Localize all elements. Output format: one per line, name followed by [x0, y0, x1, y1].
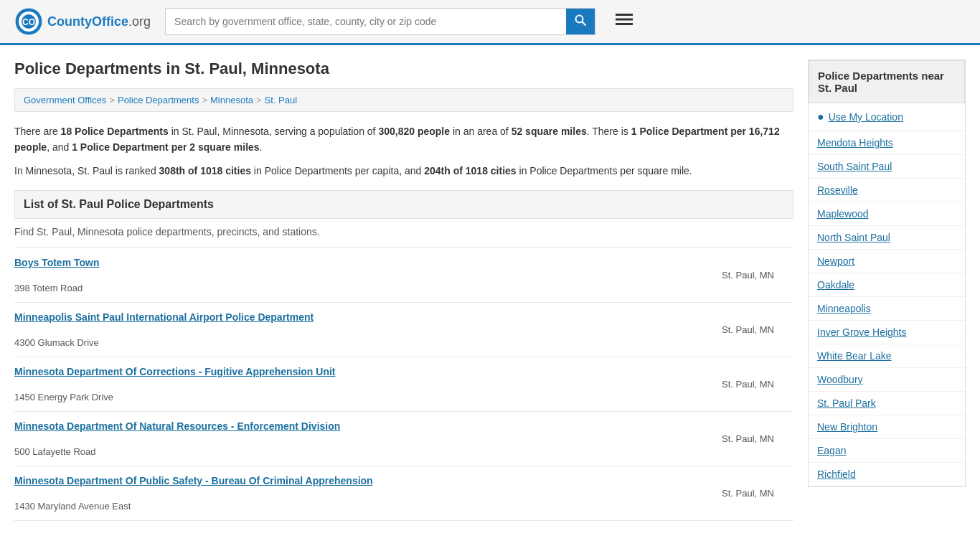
dept-info: Minneapolis Saint Paul International Air… [14, 311, 715, 348]
table-row: Boys Totem Town398 Totem RoadSt. Paul, M… [14, 248, 793, 303]
departments-list: Boys Totem Town398 Totem RoadSt. Paul, M… [14, 248, 793, 521]
dept-city: St. Paul, MN [722, 257, 793, 281]
site-header: CO CountyOffice.org [0, 0, 980, 45]
sidebar-city-link[interactable]: North Saint Paul [817, 232, 890, 243]
search-container [165, 8, 595, 35]
list-item: North Saint Paul [809, 226, 965, 250]
list-item: Maplewood [809, 202, 965, 226]
list-item: Woodbury [809, 368, 965, 392]
stats-count: 18 Police Departments [61, 126, 169, 137]
stats-population: 300,820 people [378, 126, 450, 137]
dept-address: 4300 Glumack Drive [14, 337, 99, 348]
dept-city: St. Paul, MN [722, 420, 793, 444]
sidebar-city-link[interactable]: New Brighton [817, 421, 877, 433]
breadcrumb-government-offices[interactable]: Government Offices [24, 95, 106, 105]
dept-name-link[interactable]: Minneapolis Saint Paul International Air… [14, 311, 715, 323]
dept-city: St. Paul, MN [722, 366, 793, 390]
breadcrumb-minnesota[interactable]: Minnesota [210, 95, 253, 105]
sidebar-city-link[interactable]: Richfield [817, 468, 856, 480]
list-item: Roseville [809, 179, 965, 202]
logo-link[interactable]: CO CountyOffice.org [14, 7, 151, 36]
logo-icon: CO [14, 7, 43, 36]
sidebar-city-link[interactable]: Inver Grove Heights [817, 326, 907, 338]
stats-per-mile: 1 Police Department per 2 square miles [72, 141, 259, 153]
dept-address: 1450 Energy Park Drive [14, 392, 113, 402]
content-area: Police Departments in St. Paul, Minnesot… [14, 60, 808, 521]
search-input[interactable] [166, 10, 566, 33]
list-item: New Brighton [809, 415, 965, 439]
page-title: Police Departments in St. Paul, Minnesot… [14, 60, 793, 78]
dept-info: Minnesota Department Of Public Safety - … [14, 475, 715, 512]
svg-rect-7 [616, 19, 633, 21]
sidebar-links: Mendota HeightsSouth Saint PaulRoseville… [809, 131, 965, 486]
rank-paragraph: In Minnesota, St. Paul is ranked 308th o… [14, 163, 793, 179]
breadcrumb: Government Offices > Police Departments … [14, 88, 793, 112]
dept-address: 1430 Maryland Avenue East [14, 501, 131, 512]
dept-name-link[interactable]: Minnesota Department Of Corrections - Fu… [14, 366, 715, 377]
breadcrumb-police-departments[interactable]: Police Departments [118, 95, 199, 105]
list-item: Inver Grove Heights [809, 321, 965, 344]
svg-text:CO: CO [22, 17, 35, 27]
dept-info: Minnesota Department Of Corrections - Fu… [14, 366, 715, 402]
search-button[interactable] [566, 9, 595, 34]
sidebar-box: Police Departments near St. Paul ● Use M… [808, 60, 966, 487]
list-item: Minneapolis [809, 297, 965, 321]
sidebar-city-link[interactable]: St. Paul Park [817, 397, 876, 409]
breadcrumb-sep-1: > [109, 95, 115, 105]
dept-city: St. Paul, MN [722, 311, 793, 335]
sidebar-title: Police Departments near St. Paul [809, 60, 965, 103]
list-item: Richfield [809, 463, 965, 486]
logo-org: .org [128, 14, 151, 29]
table-row: Minnesota Department Of Corrections - Fu… [14, 357, 793, 412]
dept-info: Minnesota Department Of Natural Resource… [14, 420, 715, 457]
table-row: Minneapolis Saint Paul International Air… [14, 303, 793, 357]
list-item: White Bear Lake [809, 344, 965, 368]
svg-rect-8 [616, 23, 633, 25]
logo-text: CountyOffice.org [47, 14, 151, 29]
stats-area: 52 square miles [512, 126, 587, 137]
logo-county: CountyOffice [47, 14, 128, 29]
sidebar-city-link[interactable]: South Saint Paul [817, 161, 892, 172]
sidebar-city-link[interactable]: Mendota Heights [817, 137, 893, 149]
sidebar-city-link[interactable]: Maplewood [817, 208, 869, 220]
breadcrumb-sep-2: > [202, 95, 207, 105]
sidebar-city-link[interactable]: Roseville [817, 184, 858, 196]
search-icon [575, 14, 586, 26]
table-row: Minnesota Department Of Natural Resource… [14, 412, 793, 466]
list-item: Eagan [809, 439, 965, 463]
dept-name-link[interactable]: Minnesota Department Of Natural Resource… [14, 420, 715, 432]
hamburger-icon [616, 11, 633, 28]
svg-line-5 [583, 22, 586, 26]
rank-capita: 308th of 1018 cities [159, 165, 251, 176]
svg-rect-6 [616, 14, 633, 16]
list-item: Oakdale [809, 273, 965, 297]
dept-name-link[interactable]: Minnesota Department Of Public Safety - … [14, 475, 715, 486]
list-item: South Saint Paul [809, 155, 965, 179]
sidebar-city-link[interactable]: Minneapolis [817, 303, 871, 314]
sidebar-city-link[interactable]: Oakdale [817, 279, 854, 291]
rank-mile: 204th of 1018 cities [424, 165, 516, 176]
stats-paragraph: There are 18 Police Departments in St. P… [14, 123, 793, 156]
dept-city: St. Paul, MN [722, 475, 793, 499]
sidebar: Police Departments near St. Paul ● Use M… [808, 60, 966, 521]
dept-address: 398 Totem Road [14, 283, 83, 293]
location-dot-icon: ● [817, 110, 824, 123]
list-item: St. Paul Park [809, 392, 965, 415]
list-section-header: List of St. Paul Police Departments [14, 190, 793, 219]
list-item: Mendota Heights [809, 131, 965, 155]
dept-info: Boys Totem Town398 Totem Road [14, 257, 715, 293]
table-row: Minnesota Department Of Public Safety - … [14, 466, 793, 521]
use-my-location-link[interactable]: Use My Location [829, 111, 903, 123]
main-container: Police Departments in St. Paul, Minnesot… [0, 45, 980, 521]
sidebar-city-link[interactable]: White Bear Lake [817, 350, 892, 362]
sidebar-city-link[interactable]: Eagan [817, 445, 846, 456]
breadcrumb-sep-3: > [256, 95, 262, 105]
sidebar-city-link[interactable]: Woodbury [817, 374, 863, 385]
dept-name-link[interactable]: Boys Totem Town [14, 257, 715, 268]
hamburger-menu-button[interactable] [610, 8, 639, 35]
use-my-location[interactable]: ● Use My Location [809, 103, 965, 131]
dept-address: 500 Lafayette Road [14, 446, 95, 457]
sidebar-city-link[interactable]: Newport [817, 255, 854, 267]
breadcrumb-st-paul[interactable]: St. Paul [265, 95, 298, 105]
list-description: Find St. Paul, Minnesota police departme… [14, 219, 793, 248]
